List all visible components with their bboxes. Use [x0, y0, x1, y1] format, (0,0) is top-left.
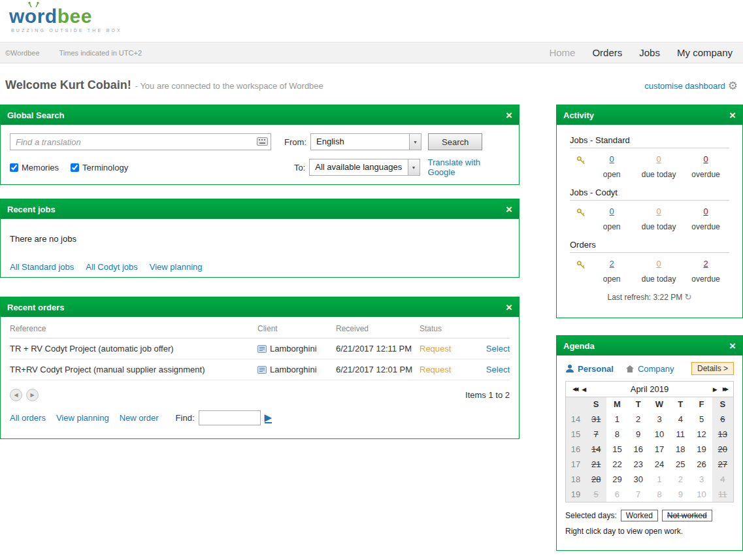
customise-dashboard-link[interactable]: customise dashboard	[644, 81, 725, 91]
overdue-count[interactable]: 0	[703, 154, 708, 164]
view-planning-link[interactable]: View planning	[150, 262, 203, 272]
keyboard-icon[interactable]	[257, 137, 268, 146]
day-header: M	[606, 397, 627, 412]
memories-checkbox[interactable]	[10, 163, 18, 172]
refresh-icon[interactable]: ↻	[685, 292, 692, 302]
close-icon[interactable]: ×	[506, 302, 512, 313]
calendar-day[interactable]: 24	[649, 457, 670, 472]
nav-my-company[interactable]: My company	[677, 47, 733, 58]
calendar-prev-month-icon[interactable]: ◀	[579, 386, 589, 393]
close-icon[interactable]: ×	[729, 110, 736, 121]
calendar-day[interactable]: 21	[586, 457, 606, 472]
view-planning-link[interactable]: View planning	[56, 413, 109, 423]
calendar-day[interactable]: 28	[586, 472, 606, 487]
gear-icon[interactable]: ⚙	[728, 80, 738, 91]
terminology-checkbox[interactable]	[71, 163, 79, 172]
calendar-day[interactable]: 6	[606, 487, 627, 502]
calendar-day[interactable]: 2	[628, 412, 649, 427]
calendar-day[interactable]: 19	[691, 442, 712, 457]
calendar-next-year-icon[interactable]: ▶▶	[720, 386, 729, 392]
calendar-day[interactable]: 5	[691, 412, 712, 427]
calendar-day[interactable]: 26	[691, 457, 712, 472]
calendar-day[interactable]: 30	[628, 472, 649, 487]
calendar-day[interactable]: 12	[691, 427, 712, 442]
calendar-day[interactable]: 15	[606, 442, 627, 457]
activity-section-jobs-standard: Jobs - Standard 0open 0due today 0overdu…	[570, 135, 729, 179]
calendar-day[interactable]: 9	[628, 427, 649, 442]
calendar-day[interactable]: 2	[670, 472, 691, 487]
chevron-down-icon[interactable]: ▼	[408, 159, 420, 175]
from-language-select[interactable]: English ▼	[310, 133, 421, 150]
select-order-link[interactable]: Select	[486, 344, 510, 354]
calendar-day[interactable]: 14	[586, 442, 606, 457]
calendar-day[interactable]: 17	[649, 442, 670, 457]
open-count[interactable]: 0	[610, 154, 614, 164]
calendar-day[interactable]: 22	[606, 457, 627, 472]
order-received: 6/21/2017 12:11 PM	[336, 338, 420, 359]
calendar-day[interactable]: 7	[586, 427, 606, 442]
calendar-day[interactable]: 11	[712, 487, 733, 502]
calendar-day[interactable]: 27	[712, 457, 733, 472]
not-worked-button[interactable]: Not worked	[662, 510, 712, 521]
calendar-day[interactable]: 13	[712, 427, 733, 442]
calendar-day[interactable]: 1	[649, 472, 670, 487]
calendar-day[interactable]: 11	[670, 427, 691, 442]
open-count[interactable]: 0	[610, 206, 614, 216]
calendar-day[interactable]: 4	[670, 412, 691, 427]
due-today-count[interactable]: 0	[656, 206, 661, 216]
calendar-day[interactable]: 25	[670, 457, 691, 472]
calendar-day[interactable]: 9	[670, 487, 691, 502]
overdue-count[interactable]: 0	[703, 206, 708, 216]
calendar-day[interactable]: 6	[712, 412, 733, 427]
all-standard-jobs-link[interactable]: All Standard jobs	[10, 262, 74, 272]
calendar-day[interactable]: 1	[606, 412, 627, 427]
calendar-day[interactable]: 4	[712, 472, 733, 487]
close-icon[interactable]: ×	[729, 340, 736, 352]
calendar-day[interactable]: 7	[628, 487, 649, 502]
calendar-day[interactable]: 18	[670, 442, 691, 457]
close-icon[interactable]: ×	[506, 204, 512, 215]
overdue-count[interactable]: 2	[703, 259, 708, 269]
calendar-prev-year-icon[interactable]: ◀◀	[570, 386, 579, 392]
pager-prev-button[interactable]: ◀	[10, 389, 22, 401]
select-order-link[interactable]: Select	[486, 365, 510, 374]
status-badge: Request	[420, 344, 451, 354]
nav-jobs[interactable]: Jobs	[639, 47, 660, 58]
nav-home[interactable]: Home	[549, 47, 575, 58]
search-button[interactable]: Search	[428, 133, 482, 150]
pager-next-button[interactable]: ▶	[26, 389, 39, 401]
calendar-day[interactable]: 10	[691, 487, 712, 502]
to-language-select[interactable]: All available languages ▼	[309, 159, 420, 176]
calendar-day[interactable]: 23	[628, 457, 649, 472]
section-title: Orders	[570, 240, 729, 253]
calendar-next-month-icon[interactable]: ▶	[710, 386, 720, 393]
all-codyt-jobs-link[interactable]: All Codyt jobs	[86, 262, 137, 272]
due-today-count[interactable]: 0	[656, 154, 661, 164]
find-go-icon[interactable]: ▶	[265, 412, 272, 423]
worked-button[interactable]: Worked	[621, 510, 658, 521]
calendar-day[interactable]: 8	[606, 427, 627, 442]
close-icon[interactable]: ×	[506, 110, 512, 121]
recent-jobs-panel: Recent jobs × There are no jobs All Stan…	[0, 199, 520, 278]
details-button[interactable]: Details >	[691, 362, 734, 375]
translation-search-input[interactable]	[10, 133, 271, 150]
calendar-day[interactable]: 10	[649, 427, 670, 442]
tab-personal[interactable]: Personal	[578, 364, 614, 374]
calendar-day[interactable]: 20	[712, 442, 733, 457]
new-order-link[interactable]: New order	[120, 413, 159, 423]
chevron-down-icon[interactable]: ▼	[409, 134, 421, 150]
open-count[interactable]: 2	[610, 259, 614, 269]
calendar-day[interactable]: 8	[649, 487, 670, 502]
calendar-day[interactable]: 3	[649, 412, 670, 427]
calendar-day[interactable]: 31	[586, 412, 606, 427]
calendar-day[interactable]: 3	[691, 472, 712, 487]
due-today-count[interactable]: 0	[656, 259, 661, 269]
nav-orders[interactable]: Orders	[592, 47, 622, 58]
tab-company[interactable]: Company	[638, 364, 674, 374]
calendar-day[interactable]: 16	[628, 442, 649, 457]
translate-with-google-link[interactable]: Translate with Google	[428, 157, 510, 177]
all-orders-link[interactable]: All orders	[10, 413, 46, 423]
find-order-input[interactable]	[199, 410, 261, 425]
calendar-day[interactable]: 5	[586, 487, 606, 502]
calendar-day[interactable]: 29	[606, 472, 627, 487]
